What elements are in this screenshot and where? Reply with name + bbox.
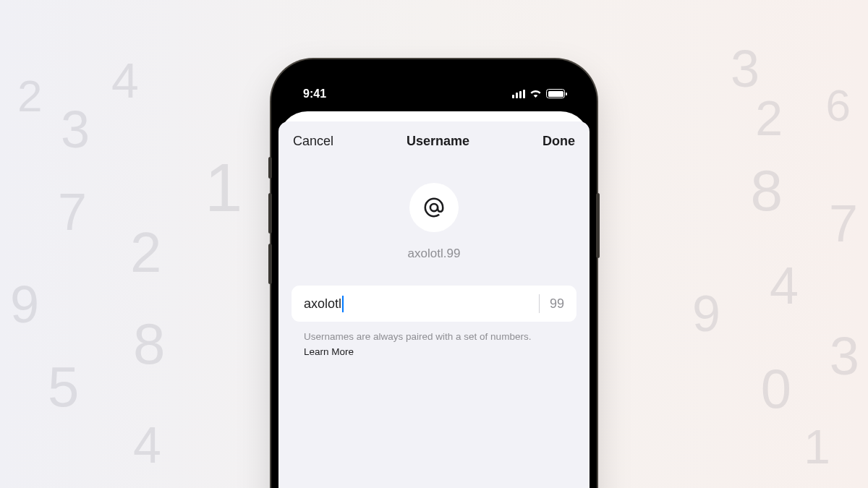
username-input[interactable]: axolotl	[304, 296, 529, 312]
bg-number: 6	[826, 80, 851, 131]
cancel-button[interactable]: Cancel	[293, 134, 333, 149]
phone-side-button	[596, 193, 600, 258]
phone-side-button	[268, 244, 272, 284]
bg-number: 9	[10, 275, 39, 334]
dynamic-island	[391, 77, 477, 101]
phone-screen: 9:41 Cancel Username Done	[278, 67, 590, 488]
svg-point-0	[430, 204, 438, 211]
bg-number: 5	[48, 354, 79, 420]
username-suffix: 99	[550, 296, 564, 312]
bg-number: 7	[58, 182, 87, 241]
bg-number: 2	[755, 90, 783, 146]
battery-icon	[546, 89, 565, 98]
wifi-icon	[529, 87, 542, 100]
sheet-title: Username	[407, 134, 469, 149]
username-display: axolotl.99	[408, 247, 461, 261]
sheet-header: Cancel Username Done	[278, 121, 590, 161]
bg-number: 3	[61, 100, 90, 159]
bg-number: 8	[133, 311, 166, 377]
input-divider	[539, 294, 540, 313]
at-icon-circle	[409, 183, 459, 232]
username-input-value: axolotl	[304, 296, 341, 312]
username-sheet: Cancel Username Done axolotl.99 axolotl	[278, 121, 590, 488]
bg-number: 7	[829, 194, 858, 253]
cellular-icon	[512, 90, 526, 98]
bg-number: 1	[804, 419, 830, 474]
username-input-row[interactable]: axolotl 99	[292, 286, 576, 322]
phone-side-button	[268, 157, 272, 179]
hint-section: Usernames are always paired with a set o…	[292, 330, 576, 359]
status-time: 9:41	[303, 87, 326, 100]
bg-number: 9	[692, 285, 720, 343]
bg-number: 2	[17, 70, 42, 121]
done-button[interactable]: Done	[542, 134, 575, 149]
at-sign-icon	[422, 195, 446, 220]
bg-number: 4	[133, 416, 161, 474]
bg-number: 4	[770, 256, 799, 315]
bg-number: 1	[205, 149, 242, 227]
bg-number: 2	[130, 220, 161, 286]
bg-number: 3	[830, 325, 859, 387]
hint-text: Usernames are always paired with a set o…	[304, 331, 531, 342]
status-indicators	[512, 87, 566, 100]
bg-number: 4	[111, 52, 139, 108]
phone-frame: 9:41 Cancel Username Done	[271, 59, 597, 488]
text-cursor	[342, 296, 344, 312]
phone-side-button	[268, 193, 272, 234]
bg-number: 0	[761, 357, 791, 420]
username-section: axolotl.99	[278, 183, 590, 261]
learn-more-link[interactable]: Learn More	[304, 346, 564, 359]
bg-number: 8	[751, 158, 783, 224]
